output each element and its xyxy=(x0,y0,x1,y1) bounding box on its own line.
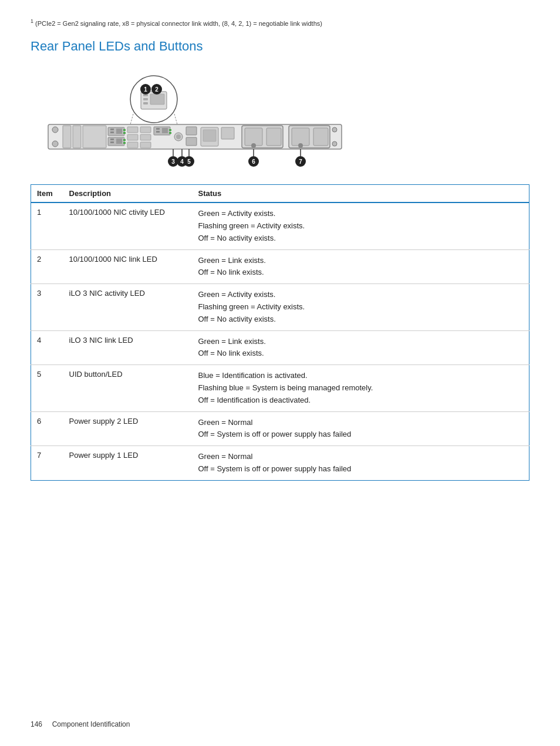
svg-rect-30 xyxy=(127,142,138,148)
svg-text:3: 3 xyxy=(171,158,175,165)
table-row: 210/100/1000 NIC link LEDGreen = Link ex… xyxy=(31,249,529,284)
svg-rect-26 xyxy=(123,139,126,141)
footnote: 1 (PCIe2 = Gen2 signaling rate, x8 = phy… xyxy=(31,18,529,28)
svg-rect-13 xyxy=(63,126,71,148)
svg-rect-19 xyxy=(116,129,122,134)
cell-item: 5 xyxy=(31,365,63,411)
cell-status: Green = NormalOff = System is off or pow… xyxy=(193,446,529,481)
table-row: 4iLO 3 NIC link LEDGreen = Link exists.O… xyxy=(31,330,529,365)
status-line: Blue = Identification is activated. xyxy=(198,370,524,382)
cell-item: 4 xyxy=(31,330,63,365)
status-line: Off = No link exists. xyxy=(198,347,524,360)
table-row: 7Power supply 1 LEDGreen = NormalOff = S… xyxy=(31,446,529,481)
status-line: Off = No activity exists. xyxy=(198,232,524,245)
status-line: Green = Link exists. xyxy=(198,255,524,267)
svg-rect-52 xyxy=(292,128,309,146)
cell-status: Green = Activity exists.Flashing green =… xyxy=(193,202,529,249)
svg-rect-32 xyxy=(140,134,151,140)
svg-rect-33 xyxy=(140,142,151,148)
status-line: Off = No activity exists. xyxy=(198,313,524,326)
status-line: Flashing blue = System is being managed … xyxy=(198,382,524,394)
cell-status: Blue = Identification is activated.Flash… xyxy=(193,365,529,411)
page-number: 146 xyxy=(31,720,42,728)
svg-rect-37 xyxy=(162,128,168,133)
cell-description: UID button/LED xyxy=(63,365,193,411)
svg-rect-25 xyxy=(116,139,122,144)
svg-rect-43 xyxy=(186,137,197,146)
status-line: Off = System is off or power supply has … xyxy=(198,463,524,475)
status-line: Green = Activity exists. xyxy=(198,289,524,301)
svg-point-55 xyxy=(332,127,337,132)
svg-rect-48 xyxy=(245,128,262,146)
svg-rect-42 xyxy=(186,127,197,135)
status-line: Green = Normal xyxy=(198,417,524,429)
svg-point-56 xyxy=(332,141,337,146)
footer-section: Component Identification xyxy=(52,720,130,728)
svg-rect-28 xyxy=(127,127,138,133)
svg-rect-17 xyxy=(110,129,114,130)
svg-rect-5 xyxy=(150,94,164,104)
svg-point-49 xyxy=(251,143,256,148)
svg-text:1: 1 xyxy=(144,86,147,93)
status-line: Flashing green = Activity exists. xyxy=(198,220,524,232)
status-line: Green = Activity exists. xyxy=(198,208,524,220)
cell-description: Power supply 1 LED xyxy=(63,446,193,481)
svg-rect-18 xyxy=(110,131,114,133)
svg-rect-3 xyxy=(143,98,148,100)
table-row: 3iLO 3 NIC activity LEDGreen = Activity … xyxy=(31,284,529,330)
svg-text:4: 4 xyxy=(180,158,184,165)
svg-rect-29 xyxy=(127,134,138,140)
table-row: 5UID button/LEDBlue = Identification is … xyxy=(31,365,529,411)
table-header-description: Description xyxy=(63,185,193,203)
svg-rect-14 xyxy=(73,126,81,148)
table-row: 110/100/1000 NIC ctivity LEDGreen = Acti… xyxy=(31,202,529,249)
svg-rect-35 xyxy=(156,128,160,130)
diagram-svg: 1 2 xyxy=(31,67,348,167)
cell-description: Power supply 2 LED xyxy=(63,411,193,446)
cell-item: 7 xyxy=(31,446,63,481)
cell-status: Green = Activity exists.Flashing green =… xyxy=(193,284,529,330)
svg-rect-36 xyxy=(156,131,160,133)
rear-panel-diagram: 1 2 xyxy=(31,67,359,167)
svg-text:2: 2 xyxy=(155,86,158,93)
table-row: 6Power supply 2 LEDGreen = NormalOff = S… xyxy=(31,411,529,446)
svg-rect-46 xyxy=(221,127,234,139)
cell-status: Green = NormalOff = System is off or pow… xyxy=(193,411,529,446)
svg-rect-24 xyxy=(110,141,114,143)
svg-rect-21 xyxy=(123,132,126,134)
page-footer: 146 Component Identification xyxy=(31,720,130,728)
status-line: Off = No link exists. xyxy=(198,266,524,279)
cell-item: 6 xyxy=(31,411,63,446)
svg-rect-20 xyxy=(123,129,126,131)
cell-item: 1 xyxy=(31,202,63,249)
svg-point-12 xyxy=(52,141,58,147)
svg-text:5: 5 xyxy=(187,158,191,165)
cell-description: 10/100/1000 NIC link LED xyxy=(63,249,193,284)
section-title: Rear Panel LEDs and Buttons xyxy=(31,39,529,54)
cell-item: 2 xyxy=(31,249,63,284)
svg-rect-54 xyxy=(313,128,328,146)
svg-rect-23 xyxy=(110,139,114,140)
footnote-text: (PCIe2 = Gen2 signaling rate, x8 = physi… xyxy=(35,20,322,27)
table-header-item: Item xyxy=(31,185,63,203)
svg-text:7: 7 xyxy=(299,158,302,165)
cell-status: Green = Link exists.Off = No link exists… xyxy=(193,330,529,365)
svg-rect-4 xyxy=(143,102,148,104)
svg-point-53 xyxy=(298,143,303,148)
svg-rect-27 xyxy=(123,142,126,144)
svg-line-58 xyxy=(174,114,177,124)
table-header-status: Status xyxy=(193,185,529,203)
status-line: Green = Link exists. xyxy=(198,336,524,348)
svg-line-57 xyxy=(130,114,133,124)
svg-point-41 xyxy=(176,134,181,139)
status-line: Off = System is off or power supply has … xyxy=(198,428,524,441)
status-line: Flashing green = Activity exists. xyxy=(198,301,524,313)
svg-rect-15 xyxy=(83,126,106,148)
svg-point-11 xyxy=(52,127,58,133)
svg-text:6: 6 xyxy=(252,158,255,165)
status-line: Green = Normal xyxy=(198,451,524,463)
led-table: Item Description Status 110/100/1000 NIC… xyxy=(31,184,529,481)
svg-rect-31 xyxy=(140,127,151,133)
cell-status: Green = Link exists.Off = No link exists… xyxy=(193,249,529,284)
svg-rect-38 xyxy=(169,129,171,131)
